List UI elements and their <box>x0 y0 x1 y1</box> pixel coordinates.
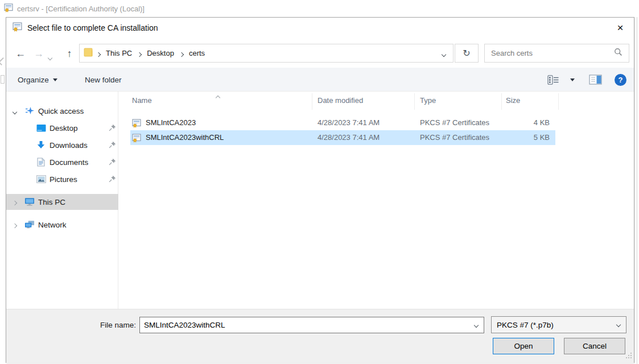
pictures-icon <box>36 174 46 184</box>
close-button[interactable]: × <box>611 20 629 36</box>
organize-label: Organize <box>18 76 49 84</box>
column-header-date-modified[interactable]: Date modified <box>318 96 363 105</box>
column-headers: Name Date modified Type Size <box>118 92 634 110</box>
organize-button[interactable]: Organize <box>18 68 57 92</box>
chevron-right-icon[interactable] <box>13 221 17 229</box>
sidebar-label: This PC <box>38 198 65 206</box>
open-file-dialog: Select file to complete CA installation … <box>6 17 634 363</box>
open-button[interactable]: Open <box>493 338 554 354</box>
chevron-down-icon <box>48 56 52 60</box>
file-list: Name Date modified Type Size SMLIntCA202… <box>118 92 634 309</box>
sidebar-item-pictures[interactable]: Pictures <box>6 171 118 187</box>
up-icon: ↑ <box>67 48 72 60</box>
pin-icon[interactable] <box>109 124 116 133</box>
dialog-title: Select file to complete CA installation <box>27 23 158 32</box>
chevron-down-icon <box>570 78 575 81</box>
sidebar-item-quick-access[interactable]: Quick access <box>6 103 118 119</box>
sidebar-label: Quick access <box>38 107 84 115</box>
documents-icon <box>36 157 46 167</box>
certificate-file-icon <box>132 133 142 144</box>
preview-pane-button[interactable] <box>589 68 602 92</box>
dialog-content: Quick access Desktop <box>6 92 634 309</box>
resize-grip[interactable] <box>625 351 632 361</box>
up-button[interactable]: ↑ <box>62 46 77 61</box>
file-name: SMLIntCA2023 <box>146 118 196 127</box>
forward-button[interactable]: → <box>31 46 46 61</box>
details-view-icon <box>547 75 559 85</box>
new-folder-button[interactable]: New folder <box>85 68 122 92</box>
back-icon: ← <box>15 48 26 60</box>
sidebar-label: Desktop <box>50 124 78 133</box>
command-toolbar: Organize New folder <box>6 68 634 92</box>
refresh-button[interactable]: ↻ <box>455 44 479 63</box>
certificate-file-icon <box>132 118 142 130</box>
file-type: PKCS #7 Certificates <box>420 133 489 142</box>
pin-icon[interactable] <box>109 141 116 150</box>
column-header-size[interactable]: Size <box>506 96 520 105</box>
quick-access-icon <box>24 106 35 116</box>
file-name-combobox <box>139 317 484 333</box>
certificate-icon <box>13 22 23 34</box>
folder-icon <box>84 48 94 59</box>
dialog-titlebar[interactable]: Select file to complete CA installation … <box>6 18 634 38</box>
help-icon: ? <box>615 74 626 86</box>
preview-pane-icon <box>589 75 602 85</box>
address-dropdown-button[interactable] <box>442 48 446 59</box>
chevron-right-icon[interactable] <box>13 198 17 206</box>
breadcrumb-separator-icon <box>97 48 100 59</box>
navigation-bar: ← → ↑ This PC Desktop certs ↻ <box>6 38 634 68</box>
back-button[interactable]: ← <box>13 46 28 61</box>
sidebar-item-desktop[interactable]: Desktop <box>6 120 118 136</box>
breadcrumb-this-pc[interactable]: This PC <box>101 49 137 57</box>
file-type-value: PKCS #7 (*.p7b) <box>492 321 611 329</box>
file-name-input[interactable] <box>140 321 469 329</box>
help-button[interactable]: ? <box>615 68 626 92</box>
search-icon[interactable] <box>614 48 622 59</box>
cancel-button[interactable]: Cancel <box>564 338 625 354</box>
background-window-edge-right <box>637 17 637 364</box>
file-date-modified: 4/28/2023 7:41 AM <box>318 133 380 142</box>
chevron-down-icon <box>53 78 57 81</box>
chevron-down-icon <box>474 322 479 327</box>
change-view-button[interactable] <box>547 68 559 92</box>
this-pc-icon <box>24 197 35 207</box>
chevron-down-icon <box>611 317 626 333</box>
pin-icon[interactable] <box>109 175 116 184</box>
certsrv-app-icon <box>4 3 14 15</box>
desktop-icon <box>36 123 46 133</box>
file-row[interactable]: SMLIntCA2023 4/28/2023 7:41 AM PKCS #7 C… <box>118 115 634 130</box>
sidebar-item-downloads[interactable]: Downloads <box>6 137 118 153</box>
breadcrumb-desktop[interactable]: Desktop <box>142 49 179 57</box>
background-window-titlebar: certsrv - [Certification Authority (Loca… <box>0 0 639 17</box>
background-window-title: certsrv - [Certification Authority (Loca… <box>17 5 145 13</box>
background-toolbar-fragment <box>1 75 5 84</box>
pin-icon[interactable] <box>109 158 116 167</box>
sidebar-item-this-pc[interactable]: This PC <box>6 194 118 210</box>
refresh-icon: ↻ <box>463 48 470 59</box>
file-name-label: File name: <box>6 321 136 329</box>
breadcrumb-separator-icon <box>138 48 141 59</box>
file-type-combobox[interactable]: PKCS #7 (*.p7b) <box>491 316 626 333</box>
sidebar-label: Downloads <box>50 141 88 150</box>
column-header-type[interactable]: Type <box>420 96 436 105</box>
breadcrumb-certs[interactable]: certs <box>184 49 210 57</box>
column-header-name[interactable]: Name <box>132 96 152 105</box>
navigation-pane: Quick access Desktop <box>6 92 118 309</box>
search-input[interactable] <box>485 49 614 57</box>
sidebar-label: Documents <box>50 158 88 167</box>
file-row-selected[interactable]: SMLIntCA2023withCRL 4/28/2023 7:41 AM PK… <box>118 130 634 145</box>
network-icon <box>24 220 35 230</box>
address-bar[interactable]: This PC Desktop certs <box>79 44 454 63</box>
sidebar-item-network[interactable]: Network <box>6 217 118 233</box>
sort-ascending-icon <box>216 93 220 101</box>
file-name-dropdown-button[interactable] <box>469 317 484 333</box>
recent-locations-button[interactable] <box>48 52 52 62</box>
view-options-dropdown[interactable] <box>566 68 575 92</box>
sidebar-label: Pictures <box>50 175 77 184</box>
sidebar-item-documents[interactable]: Documents <box>6 154 118 170</box>
new-folder-label: New folder <box>85 76 122 84</box>
chevron-down-icon[interactable] <box>13 107 17 115</box>
breadcrumb-separator-icon <box>180 48 183 59</box>
close-icon: × <box>617 22 623 34</box>
chevron-down-icon <box>442 52 446 56</box>
